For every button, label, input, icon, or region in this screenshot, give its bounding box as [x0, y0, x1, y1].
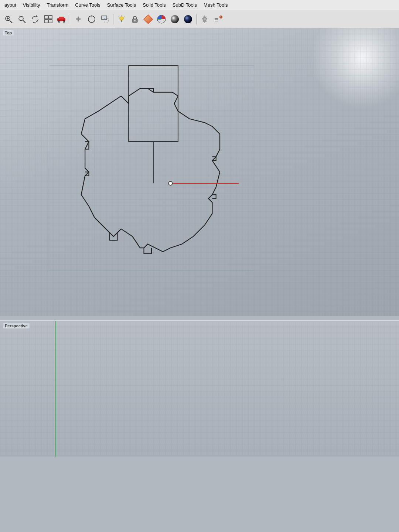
svg-point-23: [120, 17, 123, 20]
svg-text:1: 1: [220, 16, 222, 19]
svg-rect-40: [49, 66, 254, 271]
svg-marker-7: [33, 22, 34, 23]
render-color-button[interactable]: [155, 13, 168, 25]
light-button[interactable]: [115, 13, 128, 25]
svg-point-29: [134, 20, 136, 21]
svg-point-15: [59, 21, 60, 22]
svg-point-36: [204, 18, 206, 20]
svg-text:✛: ✛: [75, 16, 81, 23]
menu-layout[interactable]: ayout: [1, 1, 19, 8]
circle-button[interactable]: [85, 13, 98, 25]
bottom-grid: [0, 321, 399, 457]
settings-button[interactable]: [198, 13, 211, 25]
svg-rect-9: [49, 16, 52, 19]
svg-rect-8: [45, 16, 48, 19]
menu-visibility[interactable]: Visibility: [20, 1, 43, 8]
point-button[interactable]: ✛: [72, 13, 85, 25]
menu-subd-tools[interactable]: SubD Tools: [170, 1, 200, 8]
material-button[interactable]: [142, 13, 154, 25]
car-icon-button[interactable]: [55, 13, 68, 25]
zoom-extents-button[interactable]: [2, 13, 15, 25]
rectangle-button[interactable]: [99, 13, 111, 25]
svg-marker-31: [144, 15, 153, 24]
top-viewport[interactable]: Top: [0, 28, 399, 316]
menu-mesh-tools[interactable]: Mesh Tools: [201, 1, 231, 8]
zoom-window-button[interactable]: [16, 13, 28, 25]
menu-solid-tools[interactable]: Solid Tools: [140, 1, 169, 8]
svg-rect-24: [121, 20, 122, 22]
svg-line-1: [10, 20, 12, 23]
svg-line-5: [23, 20, 25, 23]
svg-rect-58: [129, 66, 178, 142]
separator-2: [113, 14, 113, 24]
svg-point-34: [184, 15, 192, 23]
layers-button[interactable]: ≡ 1: [212, 13, 224, 25]
svg-point-33: [171, 15, 179, 23]
menu-surface-tools[interactable]: Surface Tools: [104, 1, 139, 8]
svg-line-26: [119, 17, 119, 17]
rotate-view-button[interactable]: [29, 13, 41, 25]
separator-3: [196, 14, 197, 24]
svg-point-19: [88, 16, 95, 23]
grid-button[interactable]: [42, 13, 55, 25]
cad-drawing: [22, 43, 281, 316]
bottom-viewport[interactable]: Perspective: [0, 320, 399, 457]
svg-point-17: [64, 21, 65, 22]
viewport-area: Top Perspective: [0, 28, 399, 532]
menu-transform[interactable]: Transform: [44, 1, 72, 8]
render-sphere-button[interactable]: [168, 13, 181, 25]
svg-point-60: [168, 181, 172, 185]
svg-text:≡: ≡: [214, 16, 219, 24]
svg-rect-13: [59, 17, 64, 19]
svg-rect-11: [49, 20, 52, 23]
render-dark-sphere-button[interactable]: [182, 13, 194, 25]
svg-rect-10: [45, 20, 48, 23]
svg-point-20: [91, 15, 92, 17]
separator-1: [70, 14, 70, 24]
svg-point-4: [19, 16, 23, 21]
lock-button[interactable]: [129, 13, 141, 25]
svg-marker-6: [36, 15, 38, 17]
bottom-viewport-label: Perspective: [3, 323, 30, 328]
top-viewport-label: Top: [3, 30, 14, 35]
svg-rect-21: [102, 16, 107, 20]
green-vertical-line: [55, 321, 56, 457]
svg-line-27: [124, 17, 125, 17]
menu-curve-tools[interactable]: Curve Tools: [72, 1, 103, 8]
toolbar: ✛: [0, 10, 399, 28]
menu-bar: ayout Visibility Transform Curve Tools S…: [0, 0, 399, 10]
